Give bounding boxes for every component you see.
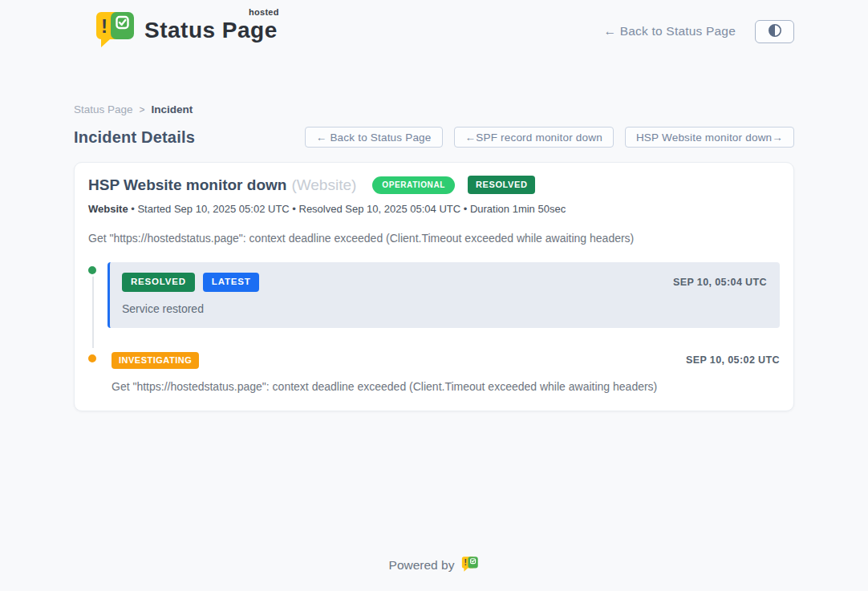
incident-meta-times: • Started Sep 10, 2025 05:02 UTC • Resol… (128, 203, 566, 215)
header-back-link[interactable]: ← Back to Status Page (604, 24, 736, 38)
brand-superscript: hosted (249, 7, 279, 17)
breadcrumb-separator: > (140, 104, 145, 115)
incident-meta: Website • Started Sep 10, 2025 05:02 UTC… (88, 203, 780, 215)
breadcrumb-status-page[interactable]: Status Page (74, 103, 133, 115)
breadcrumb-incident: Incident (152, 103, 193, 115)
footer: Powered by ! © 2025-10-08 14:10:34.77208… (74, 556, 794, 591)
incident-timeline: RESOLVED LATEST SEP 10, 05:04 UTC Servic… (88, 262, 780, 393)
hsp-logo-icon[interactable]: ! (461, 556, 479, 576)
incident-title: HSP Website monitor down (88, 176, 286, 194)
investigating-dot-icon (86, 352, 99, 365)
resolved-state-badge: RESOLVED (468, 176, 536, 194)
powered-by-label: Powered by (389, 558, 455, 573)
contrast-icon (768, 23, 782, 40)
timeline-connector-line (92, 270, 94, 348)
resolved-dot-icon (86, 264, 99, 277)
next-incident-button[interactable]: HSP Website monitor down→ (625, 127, 794, 148)
incident-component: (Website) (291, 176, 356, 194)
brand-name: Status Page (144, 18, 278, 43)
header: ! Status Page hosted ← Back to Status Pa… (0, 0, 868, 52)
timeline-timestamp: SEP 10, 05:02 UTC (686, 354, 780, 366)
svg-text:!: ! (464, 558, 467, 567)
back-to-status-page-button[interactable]: ← Back to Status Page (305, 127, 443, 148)
incident-nav-buttons: ← Back to Status Page ←SPF record monito… (305, 127, 794, 148)
page-title: Incident Details (74, 128, 195, 147)
timeline-timestamp: SEP 10, 05:04 UTC (673, 277, 767, 288)
incident-meta-component: Website (88, 203, 128, 215)
timeline-investigating-badge: INVESTIGATING (112, 352, 199, 369)
main-content: Status Page > Incident Incident Details … (74, 103, 794, 591)
timeline-entry-highlight-box: RESOLVED LATEST SEP 10, 05:04 UTC Servic… (107, 262, 780, 328)
timeline-entry-investigating: INVESTIGATING SEP 10, 05:02 UTC Get "htt… (107, 352, 780, 393)
operational-status-badge: OPERATIONAL (372, 176, 455, 194)
theme-toggle-button[interactable] (755, 20, 794, 43)
breadcrumb: Status Page > Incident (74, 103, 794, 115)
incident-card: HSP Website monitor down (Website) OPERA… (74, 162, 794, 411)
status-bubble-icon: ! (95, 10, 136, 52)
timeline-latest-badge: LATEST (203, 273, 260, 292)
incident-description: Get "https://hostedstatus.page": context… (88, 232, 780, 245)
timeline-message: Get "https://hostedstatus.page": context… (112, 380, 780, 393)
timeline-message: Service restored (122, 302, 767, 315)
svg-text:!: ! (101, 15, 107, 37)
timeline-resolved-badge: RESOLVED (122, 273, 195, 292)
prev-incident-button[interactable]: ←SPF record monitor down (454, 127, 614, 148)
brand-logo[interactable]: ! Status Page hosted (95, 10, 278, 52)
timeline-entry-resolved: RESOLVED LATEST SEP 10, 05:04 UTC Servic… (107, 262, 780, 328)
